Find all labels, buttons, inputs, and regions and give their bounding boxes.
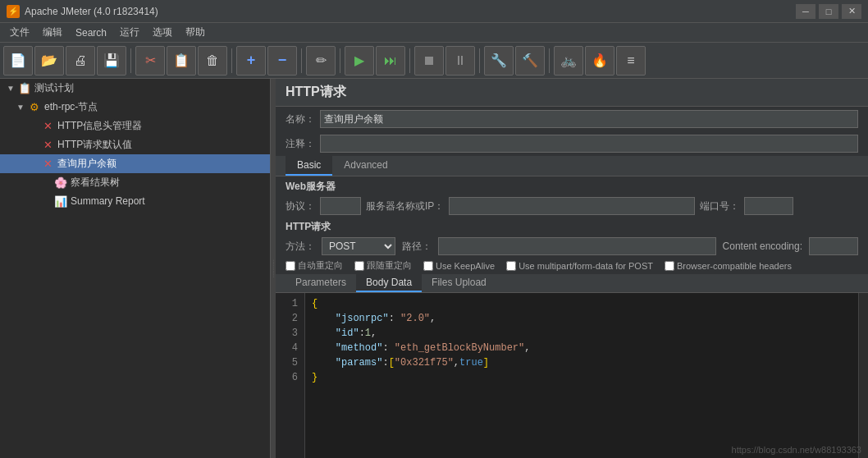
- checkboxes-row: 自动重定向 跟随重定向 Use KeepAlive Use multipart/…: [276, 257, 868, 274]
- port-input[interactable]: [744, 197, 793, 215]
- cb-follow-redirect[interactable]: 跟随重定向: [354, 259, 412, 272]
- menu-edit[interactable]: 编辑: [36, 24, 69, 42]
- open-button[interactable]: 📂: [34, 46, 64, 76]
- encoding-input[interactable]: [809, 237, 858, 255]
- method-row: 方法： POST GET PUT DELETE 路径： Content enco…: [276, 236, 868, 257]
- maximize-button[interactable]: □: [819, 4, 838, 19]
- toolbar-sep-3: [301, 48, 302, 73]
- cb-multipart-input[interactable]: [506, 261, 516, 271]
- cb-auto-redirect[interactable]: 自动重定向: [286, 259, 343, 272]
- line-num-6: 6: [282, 370, 298, 385]
- server-input[interactable]: [449, 197, 695, 215]
- tree-toggle: [30, 140, 41, 149]
- print-button[interactable]: 🖨: [66, 46, 95, 76]
- menu-options[interactable]: 选项: [146, 24, 179, 42]
- line-num-4: 4: [282, 341, 298, 355]
- port-label: 端口号：: [700, 199, 739, 213]
- tab-advanced[interactable]: Advanced: [332, 156, 399, 176]
- cb-multipart-label: Use multipart/form-data for POST: [519, 261, 653, 271]
- query-icon: ✕: [41, 158, 54, 171]
- sidebar-item-label: HTTP信息头管理器: [57, 119, 142, 133]
- sub-tab-files-upload[interactable]: Files Upload: [422, 274, 496, 292]
- window-title: Apache JMeter (4.0 r1823414): [25, 6, 796, 17]
- tree-toggle: [43, 178, 54, 187]
- cut-button[interactable]: ✂: [135, 46, 165, 76]
- remote-button[interactable]: 🚲: [554, 46, 583, 76]
- comment-label: 注释：: [286, 137, 315, 151]
- watermark: https://blog.csdn.net/w88193363: [732, 445, 861, 455]
- cb-browser-compat-input[interactable]: [665, 261, 674, 271]
- comment-input[interactable]: [320, 135, 858, 153]
- sub-tab-parameters[interactable]: Parameters: [286, 274, 356, 292]
- close-button[interactable]: ✕: [842, 4, 861, 19]
- line-num-5: 5: [282, 355, 298, 370]
- run-button[interactable]: ▶: [345, 46, 374, 76]
- menu-run[interactable]: 运行: [113, 24, 146, 42]
- web-server-section: Web服务器: [276, 176, 868, 195]
- page-title: HTTP请求: [276, 79, 868, 107]
- code-content[interactable]: { "jsonrpc": "2.0", "id":1, "method": "e…: [305, 293, 858, 458]
- line-num-1: 1: [282, 296, 298, 311]
- path-label: 路径：: [402, 240, 432, 254]
- toolbar-sep-4: [340, 48, 340, 73]
- toolbar-sep-7: [549, 48, 550, 73]
- sidebar-item-query-balance[interactable]: ✕ 查询用户余额: [0, 154, 270, 173]
- main-layout: ▼ 📋 测试计划 ▼ ⚙ eth-rpc-节点 ✕ HTTP信息头管理器 ✕ H…: [0, 79, 868, 458]
- menu-help[interactable]: 帮助: [179, 24, 212, 42]
- cb-multipart[interactable]: Use multipart/form-data for POST: [506, 261, 653, 271]
- tree-toggle: ▼: [7, 84, 18, 93]
- http-defaults-icon: ✕: [41, 139, 54, 152]
- scrollbar[interactable]: [858, 293, 868, 458]
- line-num-2: 2: [282, 311, 298, 326]
- line-numbers: 1 2 3 4 5 6: [276, 293, 305, 458]
- sidebar-item-label: 测试计划: [34, 81, 74, 95]
- menu-file[interactable]: 文件: [3, 24, 36, 42]
- run-all-button[interactable]: ⏭: [376, 46, 405, 76]
- tree-toggle: [30, 121, 41, 131]
- save-button[interactable]: 💾: [97, 46, 126, 76]
- sidebar-item-result-tree[interactable]: 🌸 察看结果树: [0, 173, 270, 192]
- copy-button[interactable]: 📋: [167, 46, 196, 76]
- main-tab-bar: Basic Advanced: [276, 156, 868, 176]
- path-input[interactable]: [438, 237, 716, 255]
- sidebar-item-label: Summary Report: [71, 195, 145, 207]
- flame-button[interactable]: 🔥: [585, 46, 614, 76]
- sidebar-item-http-defaults[interactable]: ✕ HTTP请求默认值: [0, 135, 270, 154]
- sidebar-item-label: eth-rpc-节点: [44, 100, 98, 114]
- cb-keepalive-input[interactable]: [423, 261, 433, 271]
- cb-follow-redirect-input[interactable]: [354, 261, 364, 271]
- minimize-button[interactable]: ─: [796, 4, 815, 19]
- sidebar-item-test-plan[interactable]: ▼ 📋 测试计划: [0, 79, 270, 98]
- pause-button[interactable]: ⏸: [445, 46, 475, 76]
- cb-browser-compat[interactable]: Browser-compatible headers: [665, 261, 792, 271]
- cb-keepalive[interactable]: Use KeepAlive: [423, 261, 495, 271]
- new-button[interactable]: 📄: [3, 46, 33, 76]
- test-plan-icon: 📋: [18, 82, 31, 95]
- sidebar-item-label: HTTP请求默认值: [57, 138, 132, 152]
- sidebar-item-label: 察看结果树: [71, 176, 120, 190]
- menu-button[interactable]: ≡: [616, 46, 646, 76]
- sub-tab-body-data[interactable]: Body Data: [356, 274, 422, 292]
- name-input[interactable]: [320, 110, 858, 128]
- toolbar-sep-2: [231, 48, 232, 73]
- name-row: 名称：: [276, 107, 868, 131]
- method-select[interactable]: POST GET PUT DELETE: [322, 237, 395, 255]
- menu-search[interactable]: Search: [69, 24, 113, 42]
- tree-toggle: [30, 159, 41, 168]
- menu-bar: 文件 编辑 Search 运行 选项 帮助: [0, 23, 868, 43]
- remove-button[interactable]: −: [267, 46, 297, 76]
- sidebar-item-summary-report[interactable]: 📊 Summary Report: [0, 192, 270, 210]
- add-button[interactable]: +: [236, 46, 266, 76]
- tools-button[interactable]: 🔧: [484, 46, 514, 76]
- app-icon: ⚡: [7, 5, 20, 18]
- sidebar-item-eth-rpc[interactable]: ▼ ⚙ eth-rpc-节点: [0, 98, 270, 117]
- tree-toggle: ▼: [16, 103, 28, 112]
- sidebar-item-http-header[interactable]: ✕ HTTP信息头管理器: [0, 117, 270, 135]
- build-button[interactable]: 🔨: [515, 46, 545, 76]
- cb-auto-redirect-input[interactable]: [286, 261, 295, 271]
- edit-button[interactable]: ✏: [306, 46, 336, 76]
- stop-button[interactable]: ⏹: [414, 46, 444, 76]
- delete-button[interactable]: 🗑: [198, 46, 227, 76]
- tab-basic[interactable]: Basic: [286, 156, 332, 176]
- protocol-input[interactable]: [320, 197, 361, 215]
